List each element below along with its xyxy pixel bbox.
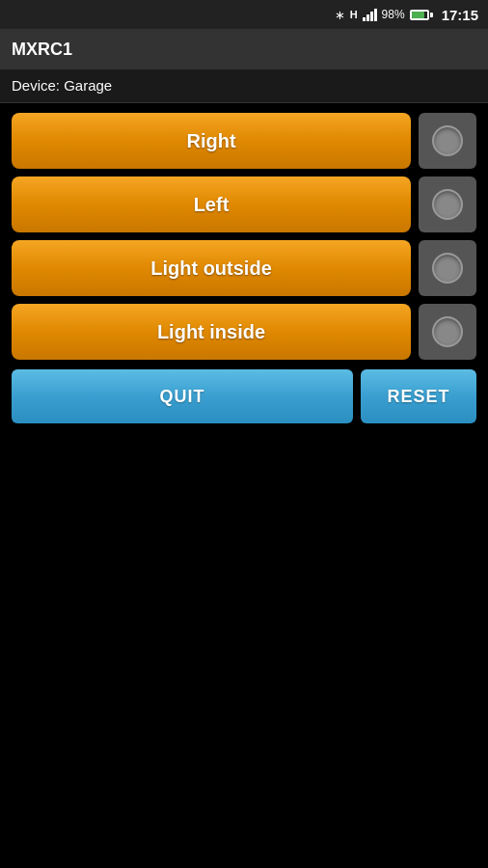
network-h-icon: H	[350, 9, 358, 20]
app-title: MXRC1	[12, 40, 72, 60]
left-toggle[interactable]	[419, 176, 476, 232]
status-bar: ∗ H 98% 17:15	[0, 0, 488, 29]
device-label: Device: Garage	[12, 77, 112, 94]
right-button-row: Right	[12, 113, 476, 169]
battery-icon	[410, 10, 433, 20]
light-inside-toggle-circle	[432, 316, 463, 347]
right-toggle[interactable]	[419, 113, 476, 169]
app-bar: MXRC1	[0, 29, 488, 69]
left-toggle-circle	[432, 189, 463, 220]
quit-button[interactable]: QUIT	[12, 369, 353, 423]
main-content: Right Left Light outside Light inside QU…	[0, 103, 488, 433]
left-button-row: Left	[12, 176, 476, 232]
light-outside-toggle[interactable]	[419, 240, 476, 296]
right-button[interactable]: Right	[12, 113, 411, 169]
right-toggle-circle	[432, 125, 463, 156]
light-outside-button[interactable]: Light outside	[12, 240, 411, 296]
status-time: 17:15	[442, 7, 478, 23]
bottom-button-row: QUIT RESET	[12, 369, 476, 423]
light-outside-toggle-circle	[432, 253, 463, 284]
left-button[interactable]: Left	[12, 176, 411, 232]
light-inside-button[interactable]: Light inside	[12, 304, 411, 360]
light-inside-toggle[interactable]	[419, 304, 476, 360]
reset-button[interactable]: RESET	[361, 369, 476, 423]
light-inside-button-row: Light inside	[12, 304, 476, 360]
battery-percent: 98%	[382, 8, 405, 21]
signal-bars-icon	[363, 8, 377, 21]
device-info: Device: Garage	[0, 69, 488, 103]
light-outside-button-row: Light outside	[12, 240, 476, 296]
bluetooth-icon: ∗	[335, 8, 345, 22]
